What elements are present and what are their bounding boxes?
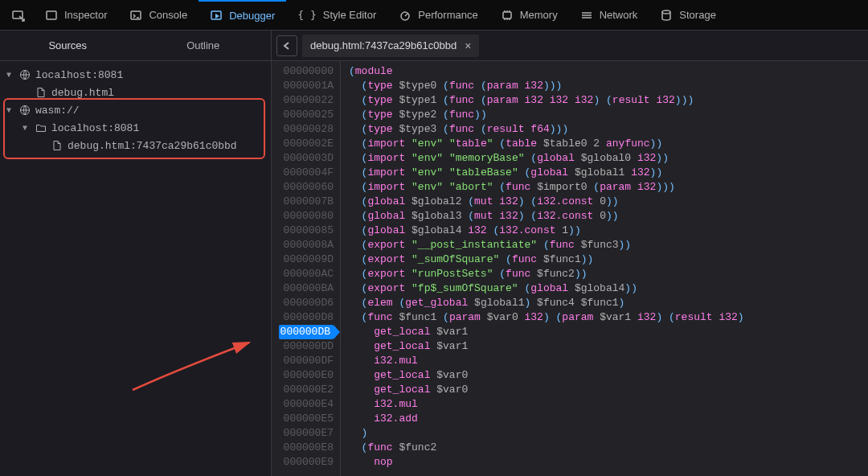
tree-label: debug.html: [51, 87, 114, 99]
gutter-address[interactable]: 000000DB: [272, 325, 334, 339]
code-line[interactable]: (export "__post_instantiate" (func $func…: [349, 238, 868, 252]
tab-label: Memory: [520, 9, 558, 21]
code-line[interactable]: (import "env" "tableBase" (global $globa…: [349, 166, 868, 180]
twisty-icon[interactable]: ▼: [6, 106, 14, 115]
code-line[interactable]: get_local $var1: [349, 339, 868, 354]
tab-inspector[interactable]: Inspector: [34, 0, 118, 30]
code-line[interactable]: (type $type1 (func (param i32 i32 i32) (…: [349, 93, 868, 108]
twisty-icon[interactable]: ▼: [23, 124, 31, 133]
tab-storage[interactable]: Storage: [649, 0, 727, 30]
folder-icon: [35, 122, 47, 133]
tree-label: localhost:8081: [35, 69, 123, 81]
code-line[interactable]: (type $type3 (func (result f64))): [349, 122, 868, 137]
tab-label: Storage: [679, 9, 716, 21]
code-line[interactable]: (elem (get_global $global1) $func4 $func…: [349, 296, 868, 310]
braces-icon: { }: [297, 9, 316, 21]
tree-label: debug.html:7437ca29b61c0bbd: [68, 140, 237, 152]
tab-console[interactable]: Console: [118, 0, 199, 30]
gutter-address[interactable]: 0000007B: [272, 195, 334, 209]
gutter-address[interactable]: 00000085: [272, 224, 334, 238]
gutter-address[interactable]: 00000025: [272, 108, 334, 122]
gutter-address[interactable]: 00000000: [272, 64, 334, 79]
editor-tabbar: debug.html:7437ca29b61c0bbd ×: [272, 31, 868, 61]
svg-point-7: [662, 10, 670, 14]
gutter-address[interactable]: 0000008A: [272, 238, 334, 252]
code-line[interactable]: (export "runPostSets" (func $func2)): [349, 267, 868, 281]
gutter-address[interactable]: 0000002E: [272, 137, 334, 151]
code-line[interactable]: (global $global3 (mut i32) (i32.const 0)…: [349, 209, 868, 224]
sources-tree: ▼localhost:8081debug.html▼wasm://▼localh…: [0, 61, 271, 159]
code-line[interactable]: i32.mul: [349, 354, 868, 368]
code-line[interactable]: (type $type0 (func (param i32))): [349, 79, 868, 93]
code-line[interactable]: (global $global4 i32 (i32.const 1)): [349, 224, 868, 238]
code-editor[interactable]: 000000000000001A000000220000002500000028…: [272, 61, 868, 476]
code-line[interactable]: (module: [349, 64, 868, 79]
gutter-address[interactable]: 000000E9: [272, 455, 334, 470]
gutter[interactable]: 000000000000001A000000220000002500000028…: [272, 61, 341, 476]
code-line[interactable]: (import "env" "memoryBase" (global $glob…: [349, 151, 868, 166]
tab-label: Debugger: [229, 10, 275, 22]
tree-folder[interactable]: ▼localhost:8081: [0, 66, 271, 84]
code-line[interactable]: ): [349, 426, 868, 441]
tab-label: Network: [600, 9, 638, 21]
gutter-address[interactable]: 000000E8: [272, 441, 334, 455]
toggle-source-outline-button[interactable]: [276, 35, 297, 56]
code-line[interactable]: (export "fp$_sumOfSquare" (global $globa…: [349, 281, 868, 296]
gutter-address[interactable]: 0000001A: [272, 79, 334, 93]
gutter-address[interactable]: 000000D8: [272, 310, 334, 325]
gutter-address[interactable]: 000000E2: [272, 383, 334, 397]
tab-memory[interactable]: Memory: [489, 0, 569, 30]
code-line[interactable]: (func $func2: [349, 441, 868, 455]
tree-file[interactable]: debug.html:7437ca29b61c0bbd: [0, 137, 271, 154]
editor-panel: debug.html:7437ca29b61c0bbd × 0000000000…: [272, 31, 868, 476]
code-line[interactable]: (type $type2 (func)): [349, 108, 868, 122]
tab-style-editor[interactable]: { } Style Editor: [286, 0, 387, 30]
tree-file[interactable]: debug.html: [0, 84, 271, 101]
gutter-address[interactable]: 0000009D: [272, 252, 334, 267]
gutter-address[interactable]: 000000E5: [272, 412, 334, 426]
code-line[interactable]: get_local $var0: [349, 368, 868, 383]
panel-tab-sources[interactable]: Sources: [0, 31, 136, 60]
code-line[interactable]: i32.mul: [349, 397, 868, 412]
code-line[interactable]: (global $global2 (mut i32) (i32.const 0)…: [349, 195, 868, 209]
devtools-toolbar: Inspector Console Debugger { } Style Edi…: [0, 0, 868, 31]
code-line[interactable]: (import "env" "abort" (func $import0 (pa…: [349, 180, 868, 195]
element-picker-button[interactable]: [3, 0, 34, 30]
breakpoint-marker[interactable]: 000000DB: [279, 325, 334, 339]
gutter-address[interactable]: 00000022: [272, 93, 334, 108]
code-line[interactable]: i32.add: [349, 412, 868, 426]
tab-debugger[interactable]: Debugger: [199, 0, 286, 30]
twisty-icon[interactable]: ▼: [6, 71, 14, 80]
code-line[interactable]: (export "_sumOfSquare" (func $func1)): [349, 252, 868, 267]
globe-icon: [19, 105, 31, 116]
code-line[interactable]: get_local $var0: [349, 383, 868, 397]
tab-network[interactable]: Network: [569, 0, 649, 30]
gutter-address[interactable]: 000000E0: [272, 368, 334, 383]
code-line[interactable]: (func $func1 (param $var0 i32) (param $v…: [349, 310, 868, 325]
gutter-address[interactable]: 000000DF: [272, 354, 334, 368]
file-icon: [35, 87, 47, 98]
gutter-address[interactable]: 000000E4: [272, 397, 334, 412]
tree-folder[interactable]: ▼localhost:8081: [0, 119, 271, 137]
code-line[interactable]: nop: [349, 455, 868, 470]
tab-performance[interactable]: Performance: [387, 0, 489, 30]
code-line[interactable]: get_local $var1: [349, 325, 868, 339]
close-icon[interactable]: ×: [465, 39, 471, 52]
code-content[interactable]: (module (type $type0 (func (param i32)))…: [341, 61, 868, 476]
panel-tab-outline[interactable]: Outline: [136, 31, 272, 60]
gutter-address[interactable]: 0000003D: [272, 151, 334, 166]
gutter-address[interactable]: 0000004F: [272, 166, 334, 180]
gutter-address[interactable]: 000000DD: [272, 339, 334, 354]
tree-folder[interactable]: ▼wasm://: [0, 101, 271, 119]
editor-tab[interactable]: debug.html:7437ca29b61c0bbd ×: [302, 35, 479, 57]
code-line[interactable]: (import "env" "table" (table $table0 2 a…: [349, 137, 868, 151]
tab-label: Performance: [418, 9, 477, 21]
gutter-address[interactable]: 000000AC: [272, 267, 334, 281]
gutter-address[interactable]: 000000D6: [272, 296, 334, 310]
tree-label: localhost:8081: [51, 122, 139, 134]
gutter-address[interactable]: 000000BA: [272, 281, 334, 296]
gutter-address[interactable]: 000000E7: [272, 426, 334, 441]
gutter-address[interactable]: 00000080: [272, 209, 334, 224]
gutter-address[interactable]: 00000060: [272, 180, 334, 195]
gutter-address[interactable]: 00000028: [272, 122, 334, 137]
